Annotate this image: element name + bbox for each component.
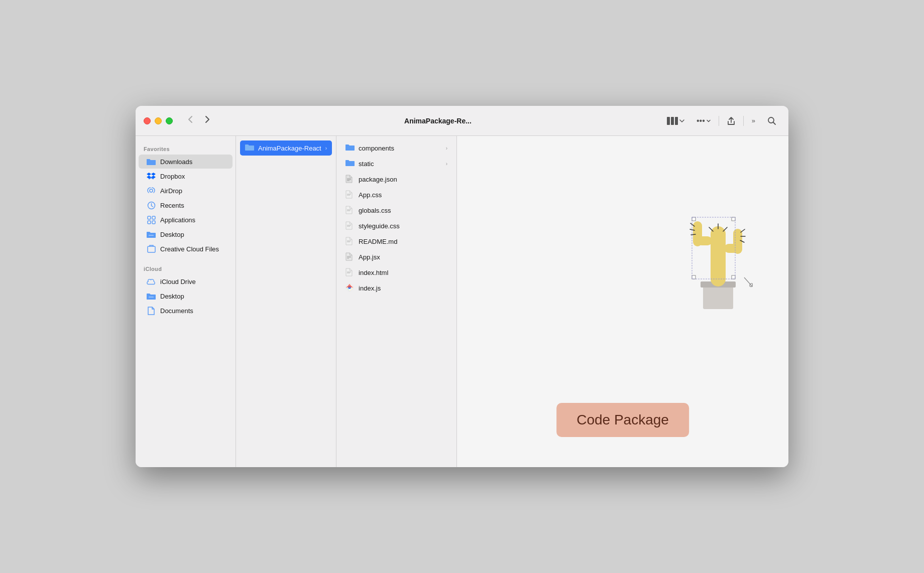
folder-icon: [245, 144, 254, 153]
share-button[interactable]: [723, 113, 739, 128]
more-options-button[interactable]: •••: [692, 114, 715, 128]
file-icon: [345, 237, 355, 246]
favorites-label: Favorites: [136, 142, 236, 154]
item-label: AnimaPackage-React: [258, 145, 321, 152]
folder-icon: [147, 292, 156, 301]
svg-rect-51: [732, 275, 735, 279]
expand-button[interactable]: »: [748, 114, 759, 127]
item-label: README.md: [359, 238, 447, 245]
item-label: App.jsx: [359, 253, 447, 261]
columns-area: AnimaPackage-React › components ›: [236, 136, 788, 467]
chrome-file-icon: [345, 283, 355, 293]
toolbar-right: ••• »: [663, 113, 780, 128]
file-icon: [345, 175, 355, 184]
sidebar-item-desktop-icloud[interactable]: Desktop: [139, 289, 233, 303]
svg-line-41: [691, 234, 696, 235]
item-label: components: [359, 145, 442, 152]
sidebar-item-creative-cloud[interactable]: Creative Cloud Files: [139, 242, 233, 256]
column-item-package-json[interactable]: package.json: [340, 172, 452, 187]
icloud-label: iCloud: [136, 262, 236, 274]
svg-rect-32: [703, 284, 733, 309]
sidebar-item-label: Desktop: [160, 293, 184, 300]
forward-button[interactable]: [202, 113, 213, 128]
svg-rect-34: [711, 226, 726, 286]
svg-rect-12: [148, 246, 155, 252]
sidebar-item-label: Applications: [160, 216, 195, 224]
applications-icon: [147, 215, 156, 224]
sidebar-item-airdrop[interactable]: AirDrop: [139, 184, 233, 198]
svg-rect-48: [692, 217, 696, 221]
maximize-button[interactable]: [166, 117, 173, 124]
svg-rect-10: [152, 221, 155, 224]
content-area: Favorites Downloads: [136, 136, 788, 467]
column-item-app-css[interactable]: App.css: [340, 187, 452, 202]
column-item-app-jsx[interactable]: App.jsx: [340, 249, 452, 264]
file-icon: [345, 221, 355, 230]
item-label: index.html: [359, 269, 447, 276]
chevron-icon: ›: [325, 146, 327, 151]
column-item-index-html[interactable]: index.html: [340, 265, 452, 280]
sidebar-item-documents[interactable]: Documents: [139, 304, 233, 318]
svg-rect-0: [667, 117, 670, 125]
column-item-globals-css[interactable]: globals.css: [340, 203, 452, 218]
sidebar-item-label: Downloads: [160, 158, 192, 166]
column-item-readme[interactable]: README.md: [340, 234, 452, 249]
column-item-static[interactable]: static ›: [340, 156, 452, 171]
svg-rect-9: [148, 221, 151, 224]
sidebar-item-label: Recents: [160, 202, 184, 209]
svg-rect-7: [148, 216, 151, 219]
toolbar: AnimaPackage-Re... •••: [136, 106, 788, 136]
svg-point-5: [150, 189, 153, 192]
sidebar-item-recents[interactable]: Recents: [139, 198, 233, 212]
minimize-button[interactable]: [155, 117, 162, 124]
sidebar: Favorites Downloads: [136, 136, 236, 467]
folder-icon: [345, 159, 355, 168]
column-item-index-js[interactable]: index.js: [340, 280, 452, 296]
preview-pane: Code Package: [457, 136, 788, 467]
chevron-icon: ›: [446, 161, 447, 167]
airdrop-icon: [147, 186, 156, 195]
svg-rect-2: [675, 117, 678, 125]
column-item-anima[interactable]: AnimaPackage-React ›: [240, 140, 332, 156]
folder-icon: [345, 144, 355, 153]
back-button[interactable]: [185, 113, 196, 128]
chevron-icon: ›: [446, 146, 447, 151]
column-item-components[interactable]: components ›: [340, 140, 452, 156]
sidebar-item-applications[interactable]: Applications: [139, 213, 233, 227]
column-view-button[interactable]: [663, 114, 688, 127]
svg-rect-13: [149, 297, 154, 298]
close-button[interactable]: [144, 117, 151, 124]
svg-line-4: [773, 122, 776, 124]
svg-rect-36: [693, 221, 702, 246]
column-1: AnimaPackage-React ›: [236, 136, 336, 467]
item-label: styleguide.css: [359, 222, 447, 230]
sidebar-item-label: Creative Cloud Files: [160, 245, 219, 253]
document-icon: [147, 306, 156, 315]
item-label: index.js: [359, 284, 447, 292]
svg-rect-8: [152, 216, 155, 219]
svg-line-53: [744, 277, 752, 286]
svg-rect-1: [671, 117, 674, 125]
folder-icon: [147, 230, 156, 239]
svg-rect-11: [149, 235, 154, 236]
item-label: globals.css: [359, 207, 447, 214]
sidebar-item-label: AirDrop: [160, 187, 182, 195]
sidebar-item-dropbox[interactable]: Dropbox: [139, 169, 233, 183]
sidebar-item-desktop[interactable]: Desktop: [139, 227, 233, 241]
finder-window: AnimaPackage-Re... •••: [136, 106, 788, 467]
file-icon: [345, 190, 355, 199]
sidebar-item-downloads[interactable]: Downloads: [139, 155, 233, 169]
search-button[interactable]: [763, 114, 780, 128]
dropbox-icon: [147, 172, 156, 181]
column-2: components › static ›: [336, 136, 457, 467]
column-item-styleguide-css[interactable]: styleguide.css: [340, 218, 452, 233]
file-icon: [345, 206, 355, 215]
file-icon: [345, 268, 355, 277]
sidebar-item-label: Desktop: [160, 231, 184, 238]
sidebar-item-label: Dropbox: [160, 173, 185, 180]
sidebar-item-icloud-drive[interactable]: iCloud Drive: [139, 274, 233, 289]
preview-image: [678, 186, 758, 317]
creative-cloud-icon: [147, 244, 156, 253]
folder-icon: [147, 157, 156, 166]
item-label: package.json: [359, 176, 447, 183]
